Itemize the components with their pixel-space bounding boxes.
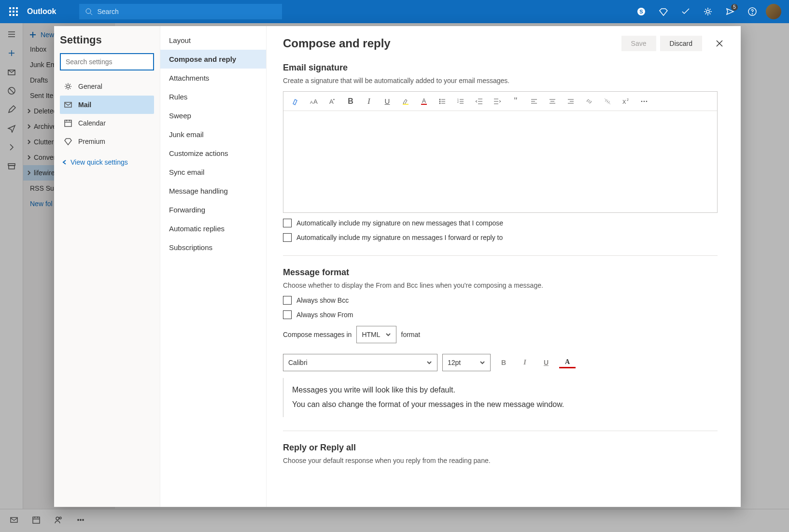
link-icon[interactable]: [584, 96, 594, 107]
svg-text:S: S: [639, 9, 643, 14]
signature-heading: Email signature: [283, 63, 718, 73]
search-input[interactable]: [97, 8, 276, 15]
align-right-icon[interactable]: [565, 96, 576, 107]
message-format-heading: Message format: [283, 267, 718, 278]
subcat-compose-and-reply[interactable]: Compose and reply: [160, 50, 266, 69]
align-center-icon[interactable]: [547, 96, 558, 107]
svg-point-16: [67, 85, 70, 88]
font-size-icon[interactable]: AA: [309, 96, 319, 107]
format-painter-icon[interactable]: [290, 96, 301, 107]
subcat-attachments[interactable]: Attachments: [160, 69, 266, 87]
svg-text:X: X: [622, 99, 626, 105]
message-format-subtext: Choose whether to display the From and B…: [283, 281, 718, 289]
svg-rect-25: [421, 104, 427, 105]
underline-icon[interactable]: U: [382, 96, 393, 107]
settings-subcategories: LayoutCompose and replyAttachmentsRulesS…: [160, 26, 267, 507]
app-launcher[interactable]: [4, 2, 23, 21]
more-formatting-icon[interactable]: [639, 96, 649, 107]
default-bold-button[interactable]: B: [495, 354, 512, 371]
compose-format-dropdown[interactable]: HTML: [356, 326, 396, 343]
format-preview: Messages you write will look like this b…: [283, 378, 718, 417]
svg-point-0: [86, 9, 91, 14]
numbering-icon[interactable]: 12: [455, 96, 466, 107]
subcat-message-handling[interactable]: Message handling: [160, 182, 266, 200]
subcat-junk-email[interactable]: Junk email: [160, 125, 266, 144]
include-signature-new-checkbox[interactable]: [283, 219, 292, 227]
always-bcc-checkbox[interactable]: [283, 296, 292, 305]
subcat-customize-actions[interactable]: Customize actions: [160, 144, 266, 163]
chevron-down-icon: [385, 332, 391, 337]
quote-icon[interactable]: ": [510, 96, 521, 107]
include-signature-reply-checkbox[interactable]: [283, 233, 292, 242]
view-quick-settings-link[interactable]: View quick settings: [60, 156, 154, 168]
chevron-down-icon: [426, 360, 432, 365]
settings-search-input[interactable]: [60, 53, 154, 70]
chevron-down-icon: [479, 360, 485, 365]
svg-text:A: A: [310, 100, 313, 105]
bold-icon[interactable]: B: [345, 96, 356, 107]
subcat-rules[interactable]: Rules: [160, 87, 266, 106]
compose-in-pre: Compose messages in: [283, 331, 352, 338]
close-icon: [716, 40, 723, 47]
discard-button[interactable]: Discard: [660, 36, 702, 51]
todo-icon[interactable]: [677, 3, 694, 20]
font-family-dropdown[interactable]: Calibri: [283, 354, 437, 371]
subcat-forwarding[interactable]: Forwarding: [160, 200, 266, 219]
settings-content: Compose and reply Save Discard Email sig…: [267, 26, 741, 507]
font-color-icon[interactable]: A: [419, 96, 429, 107]
diamond-icon: [64, 137, 72, 146]
indent-icon[interactable]: [492, 96, 503, 107]
settings-modal: Settings GeneralMailCalendarPremium View…: [54, 26, 741, 507]
signature-textarea[interactable]: [283, 111, 717, 212]
always-from-checkbox[interactable]: [283, 310, 292, 319]
notification-badge: 5: [731, 4, 738, 11]
subcat-sweep[interactable]: Sweep: [160, 106, 266, 125]
skype-icon[interactable]: S: [633, 3, 650, 20]
notifications-icon[interactable]: 5: [721, 3, 739, 20]
default-italic-button[interactable]: I: [517, 354, 533, 371]
italic-icon[interactable]: I: [364, 96, 374, 107]
svg-text:2: 2: [627, 98, 629, 101]
font-size-dropdown[interactable]: 12pt: [442, 354, 491, 371]
premium-icon[interactable]: [655, 3, 672, 20]
font-icon[interactable]: A▾: [327, 96, 338, 107]
subcat-automatic-replies[interactable]: Automatic replies: [160, 219, 266, 238]
category-calendar[interactable]: Calendar: [60, 114, 154, 132]
global-search[interactable]: [79, 4, 282, 19]
default-font-color-button[interactable]: A: [559, 357, 576, 368]
superscript-icon[interactable]: X2: [620, 96, 631, 107]
category-premium[interactable]: Premium: [60, 132, 154, 151]
close-button[interactable]: [710, 34, 729, 53]
gear-icon: [64, 82, 72, 91]
svg-text:A: A: [313, 98, 318, 105]
save-button[interactable]: Save: [621, 36, 656, 51]
calendar-icon: [64, 119, 72, 127]
brand-label: Outlook: [27, 7, 56, 16]
svg-rect-17: [65, 102, 71, 107]
svg-point-28: [439, 103, 440, 104]
outdent-icon[interactable]: [474, 96, 484, 107]
compose-in-post: format: [401, 331, 421, 338]
svg-point-26: [439, 99, 440, 100]
subcat-layout[interactable]: Layout: [160, 31, 266, 50]
svg-point-33: [641, 100, 643, 102]
subcat-subscriptions[interactable]: Subscriptions: [160, 238, 266, 257]
include-signature-new-label: Automatically include my signature on ne…: [296, 219, 503, 227]
unlink-icon[interactable]: [602, 96, 613, 107]
svg-text:2: 2: [457, 100, 459, 103]
preview-line-2: You can also change the format of your m…: [292, 397, 709, 412]
avatar[interactable]: [766, 4, 781, 19]
help-icon[interactable]: [744, 3, 761, 20]
category-general[interactable]: General: [60, 77, 154, 96]
align-left-icon[interactable]: [529, 96, 539, 107]
default-underline-button[interactable]: U: [538, 354, 554, 371]
highlight-icon[interactable]: [400, 96, 411, 107]
subcat-sync-email[interactable]: Sync email: [160, 163, 266, 182]
category-mail[interactable]: Mail: [60, 96, 154, 114]
preview-line-1: Messages you write will look like this b…: [292, 383, 709, 397]
bullets-icon[interactable]: [437, 96, 448, 107]
settings-icon[interactable]: [699, 3, 717, 20]
always-from-label: Always show From: [296, 311, 353, 319]
content-scroll[interactable]: Email signature Create a signature that …: [267, 54, 741, 507]
svg-text:A: A: [422, 98, 426, 104]
